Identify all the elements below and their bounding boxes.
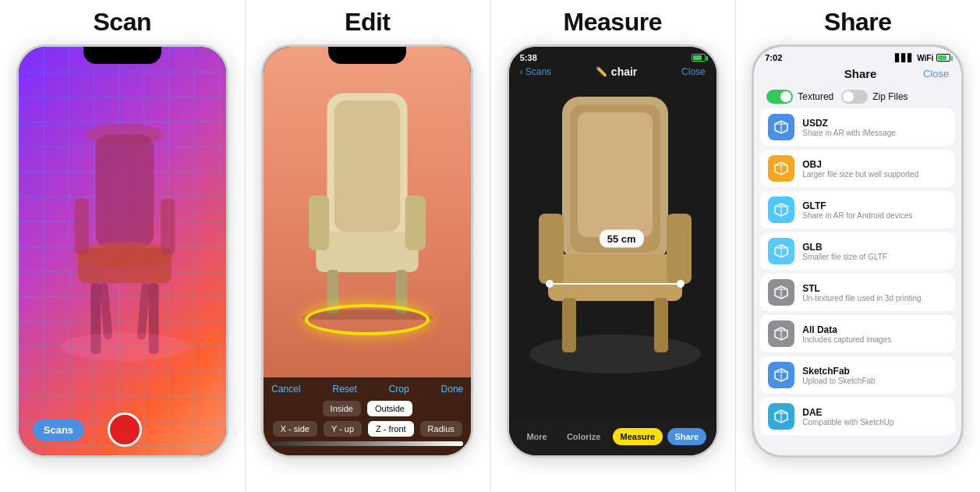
scan-title: Scan [94, 8, 151, 37]
edit-title: Edit [345, 8, 390, 37]
measure-time: 5:38 [520, 53, 537, 62]
share-item-desc-glb: Smaller file size of GLTF [802, 253, 887, 261]
share-item-icon-obj [768, 155, 794, 182]
share-item-desc-usdz: Share in AR with iMessage [802, 129, 896, 137]
svg-rect-15 [405, 196, 426, 250]
textured-label: Textured [798, 91, 833, 102]
share-item-text-stl: STLUn-textured file used in 3d printing [802, 283, 921, 303]
radius-btn[interactable]: Radius [420, 421, 462, 437]
share-item-desc-stl: Un-textured file used in 3d printing [802, 294, 921, 303]
back-label: Scans [525, 66, 551, 77]
textured-toggle-item: Textured [766, 90, 833, 104]
inside-btn[interactable]: Inside [323, 401, 361, 416]
scan-screen: Scans [19, 47, 226, 455]
share-list-item[interactable]: All DataIncludes captured images [760, 315, 955, 352]
share-item-icon-usdz [768, 114, 794, 140]
svg-rect-4 [74, 198, 88, 255]
share-item-title-obj: OBJ [802, 159, 918, 170]
measure-nav: ‹ Scans ✏️ chair Close [509, 62, 716, 81]
scan-section: Scan [0, 0, 246, 492]
share-list-item[interactable]: GLBSmaller file size of GLTF [760, 232, 955, 270]
share-item-desc-obj: Larger file size but well supported [802, 170, 918, 179]
svg-rect-24 [539, 214, 564, 284]
share-item-icon-all data [768, 320, 794, 347]
edit-buttons-row1: Inside Outside [271, 401, 463, 416]
share-list-item[interactable]: SketchFabUpload to SketchFab [760, 356, 955, 394]
share-section: Share 7:02 ▋▋▋ WiFi Share Close [736, 0, 981, 492]
share-item-text-sketchfab: SketchFabUpload to SketchFab [802, 366, 875, 385]
pencil-icon: ✏️ [596, 66, 607, 77]
svg-rect-13 [317, 232, 419, 273]
measure-chair-title: chair [611, 65, 637, 78]
colorize-tab[interactable]: Colorize [559, 428, 608, 445]
svg-point-19 [529, 334, 701, 373]
measure-section: Measure 5:38 ‹ Scans ✏️ chair Close [490, 0, 736, 492]
share-item-title-dae: DAE [802, 407, 893, 418]
scan-chair-svg [19, 78, 228, 382]
share-header: Share Close [754, 62, 961, 85]
measure-battery [692, 54, 706, 62]
textured-toggle[interactable] [766, 90, 793, 104]
edit-slider[interactable] [271, 441, 463, 446]
edit-section: Edit [246, 0, 491, 492]
x-side-btn[interactable]: X - side [273, 421, 317, 437]
measure-tab[interactable]: Measure [613, 428, 663, 445]
share-item-icon-dae [768, 403, 794, 430]
share-item-title-all data: All Data [802, 324, 891, 335]
measure-status-bar: 5:38 [509, 47, 716, 62]
share-item-title-glb: GLB [802, 242, 887, 253]
signal-icon: ▋▋▋ [895, 54, 914, 62]
share-item-icon-gltf [768, 196, 794, 223]
share-title: Share [824, 8, 891, 37]
svg-rect-5 [161, 198, 175, 255]
share-list-item[interactable]: OBJLarger file size but well supported [760, 150, 955, 187]
share-battery [936, 54, 950, 62]
share-item-text-gltf: GLTFShare in AR for Android devices [802, 200, 912, 220]
y-up-btn[interactable]: Y - up [324, 421, 362, 437]
edit-chair-svg [281, 86, 453, 320]
share-list-item[interactable]: GLTFShare in AR for Android devices [760, 191, 955, 228]
svg-rect-23 [548, 254, 682, 301]
measure-screen: 5:38 ‹ Scans ✏️ chair Close [509, 47, 716, 455]
zipfiles-label: Zip Files [872, 91, 907, 102]
edit-toolbar-row1: Cancel Reset Crop Done [271, 384, 463, 395]
share-time: 7:02 [765, 53, 782, 62]
record-button[interactable] [108, 412, 142, 447]
share-item-desc-sketchfab: Upload to SketchFab [802, 377, 875, 385]
share-item-title-stl: STL [802, 283, 921, 294]
scan-notch [83, 47, 161, 64]
measure-nav-close[interactable]: Close [681, 66, 706, 77]
share-item-desc-all data: Includes captured images [802, 335, 891, 344]
edit-chair-container [281, 78, 453, 327]
reset-label[interactable]: Reset [332, 384, 356, 395]
share-tab[interactable]: Share [667, 428, 707, 445]
share-header-close[interactable]: Close [923, 68, 949, 80]
svg-point-30 [677, 280, 685, 288]
svg-point-10 [61, 333, 188, 361]
share-item-icon-stl [768, 279, 794, 306]
done-label[interactable]: Done [441, 384, 464, 395]
zipfiles-toggle[interactable] [841, 90, 868, 104]
z-front-btn[interactable]: Z - front [368, 421, 414, 437]
measure-nav-back[interactable]: ‹ Scans [520, 66, 551, 77]
crop-label[interactable]: Crop [389, 384, 409, 395]
svg-rect-8 [99, 283, 112, 340]
cancel-label[interactable]: Cancel [271, 384, 300, 395]
svg-rect-9 [136, 283, 150, 340]
share-item-icon-glb [768, 238, 794, 264]
scans-button[interactable]: Scans [33, 419, 84, 441]
share-item-text-glb: GLBSmaller file size of GLTF [802, 242, 887, 261]
share-list-item[interactable]: USDZShare in AR with iMessage [760, 108, 955, 146]
back-chevron: ‹ [520, 66, 523, 77]
share-item-text-all data: All DataIncludes captured images [802, 324, 891, 344]
edit-screen: Cancel Reset Crop Done Inside Outside X … [264, 47, 471, 455]
zipfiles-toggle-item: Zip Files [841, 90, 907, 104]
share-list-item[interactable]: DAECompatible with SketchUp [760, 398, 955, 435]
page-container: Scan [0, 0, 980, 492]
edit-buttons-row2: X - side Y - up Z - front Radius [271, 421, 463, 437]
share-list-item[interactable]: STLUn-textured file used in 3d printing [760, 274, 955, 311]
more-tab[interactable]: More [518, 428, 554, 445]
svg-rect-25 [667, 214, 692, 284]
measure-bottom-bar: More Colorize Measure Share [509, 418, 716, 455]
outside-btn[interactable]: Outside [367, 401, 412, 416]
